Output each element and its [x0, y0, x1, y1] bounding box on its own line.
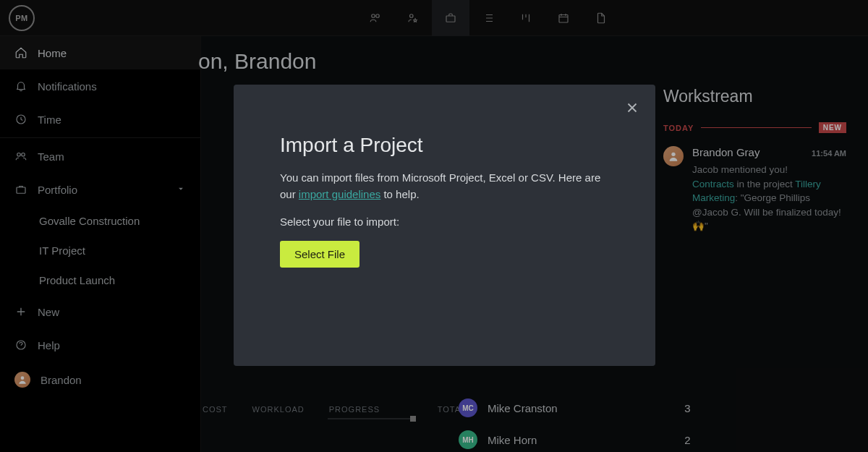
select-file-label: Select your file to import: [280, 216, 609, 228]
import-project-modal: Import a Project You can import files fr… [234, 85, 655, 366]
select-file-button[interactable]: Select File [280, 241, 359, 268]
modal-title: Import a Project [280, 134, 609, 157]
text: to help. [380, 188, 419, 200]
close-button[interactable] [622, 98, 642, 118]
modal-body: You can import files from Microsoft Proj… [280, 170, 609, 202]
import-guidelines-link[interactable]: import guidelines [299, 188, 380, 200]
